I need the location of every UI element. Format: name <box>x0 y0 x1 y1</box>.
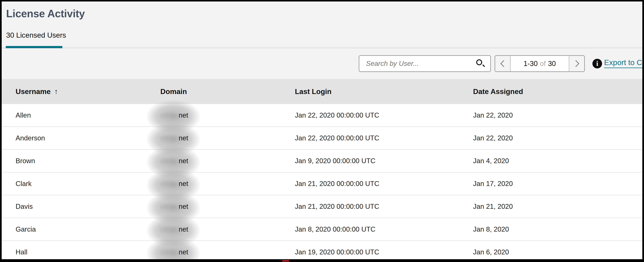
domain-cell: citrite. net <box>160 157 295 165</box>
search-box <box>359 55 491 72</box>
domain-redacted-text: citrite. <box>160 203 179 211</box>
table-row: Garcia citrite. net Jan 8, 2020 00:00:00… <box>2 218 642 241</box>
domain-redacted-text: citrite. <box>160 226 179 233</box>
previous-page-button[interactable] <box>495 56 510 71</box>
domain-suffix-text: net <box>179 134 188 142</box>
username-cell: Anderson <box>16 134 160 142</box>
domain-suffix-text: net <box>179 111 188 119</box>
domain-redacted-text: citrite. <box>160 111 179 119</box>
window-border-bottom <box>0 259 644 262</box>
page-title: License Activity <box>6 7 642 20</box>
date-assigned-cell: Jan 22, 2020 <box>473 111 642 119</box>
info-icon[interactable]: i <box>592 59 602 68</box>
domain-redacted-text: citrite. <box>160 157 179 165</box>
table-row: Hall citrite. net Jan 19, 2020 00:00:00 … <box>2 241 642 259</box>
username-cell: Allen <box>16 111 160 119</box>
table-body: Allen citrite. net Jan 22, 2020 00:00:00… <box>2 104 642 259</box>
domain-cell: citrite. net <box>160 111 295 119</box>
table-row: Anderson citrite. net Jan 22, 2020 00:00… <box>2 127 642 150</box>
column-header-last-login[interactable]: Last Login <box>295 87 473 96</box>
domain-suffix-text: net <box>179 157 188 165</box>
username-cell: Davis <box>16 203 160 211</box>
table-header-row: Username ↑ Domain Last Login Date Assign… <box>2 79 642 104</box>
domain-redacted-text: citrite. <box>160 134 179 142</box>
domain-cell: citrite. net <box>160 180 295 188</box>
sort-ascending-icon: ↑ <box>54 87 58 96</box>
username-cell: Brown <box>16 157 160 165</box>
last-login-cell: Jan 21, 2020 00:00:00 UTC <box>295 203 473 211</box>
pagination-total: 30 <box>548 60 556 68</box>
pagination-of: of <box>540 60 546 68</box>
screen-edge-artifact <box>282 260 289 262</box>
username-cell: Clark <box>16 180 160 188</box>
export-to-csv-link[interactable]: Export to CSV <box>604 58 642 68</box>
pagination-label: 1-30 of 30 <box>510 56 569 71</box>
domain-cell: citrite. net <box>160 203 295 211</box>
date-assigned-cell: Jan 8, 2020 <box>473 226 642 233</box>
window-border-right <box>642 0 644 262</box>
license-activity-screen: License Activity 30 Licensed Users <box>0 0 644 262</box>
domain-suffix-text: net <box>179 180 188 188</box>
chevron-left-icon <box>500 60 507 67</box>
column-header-username[interactable]: Username ↑ <box>16 87 160 96</box>
tab-bar: 30 Licensed Users <box>2 31 642 48</box>
last-login-cell: Jan 8, 2020 00:00:00 UTC <box>295 226 473 233</box>
next-page-button[interactable] <box>569 56 584 71</box>
domain-cell: citrite. net <box>160 134 295 142</box>
date-assigned-cell: Jan 22, 2020 <box>473 134 642 142</box>
window-border-top <box>0 0 644 1</box>
active-tab-indicator <box>6 46 62 48</box>
date-assigned-cell: Jan 21, 2020 <box>473 203 642 211</box>
search-icon[interactable] <box>476 59 486 69</box>
table-toolbar: 1-30 of 30 i Export to CSV <box>2 48 642 79</box>
domain-cell: citrite. net <box>160 248 295 256</box>
pagination-control: 1-30 of 30 <box>494 55 585 72</box>
date-assigned-cell: Jan 6, 2020 <box>473 248 642 256</box>
domain-suffix-text: net <box>179 203 188 211</box>
table-row: Clark citrite. net Jan 21, 2020 00:00:00… <box>2 172 642 195</box>
table-row: Allen citrite. net Jan 22, 2020 00:00:00… <box>2 104 642 127</box>
last-login-cell: Jan 22, 2020 00:00:00 UTC <box>295 134 473 142</box>
domain-suffix-text: net <box>179 248 188 256</box>
search-input[interactable] <box>359 56 476 71</box>
tab-licensed-users[interactable]: 30 Licensed Users <box>6 31 642 39</box>
domain-cell: citrite. net <box>160 226 295 233</box>
date-assigned-cell: Jan 17, 2020 <box>473 180 642 188</box>
domain-suffix-text: net <box>179 226 188 233</box>
chevron-right-icon <box>572 60 579 67</box>
table-row: Brown citrite. net Jan 9, 2020 00:00:00 … <box>2 150 642 172</box>
domain-redacted-text: citrite. <box>160 248 179 256</box>
column-header-domain[interactable]: Domain <box>160 87 295 96</box>
tab-underline <box>2 46 642 48</box>
date-assigned-cell: Jan 4, 2020 <box>473 157 642 165</box>
table-row: Davis citrite. net Jan 21, 2020 00:00:00… <box>2 195 642 218</box>
username-cell: Hall <box>16 248 160 256</box>
last-login-cell: Jan 21, 2020 00:00:00 UTC <box>295 180 473 188</box>
column-header-date-assigned[interactable]: Date Assigned <box>473 87 642 96</box>
last-login-cell: Jan 9, 2020 00:00:00 UTC <box>295 157 473 165</box>
pagination-range: 1-30 <box>524 60 538 68</box>
licensed-users-table: Username ↑ Domain Last Login Date Assign… <box>2 79 642 259</box>
window-border-left <box>0 0 2 262</box>
username-cell: Garcia <box>16 226 160 233</box>
domain-redacted-text: citrite. <box>160 180 179 188</box>
last-login-cell: Jan 22, 2020 00:00:00 UTC <box>295 111 473 119</box>
last-login-cell: Jan 19, 2020 00:00:00 UTC <box>295 248 473 256</box>
